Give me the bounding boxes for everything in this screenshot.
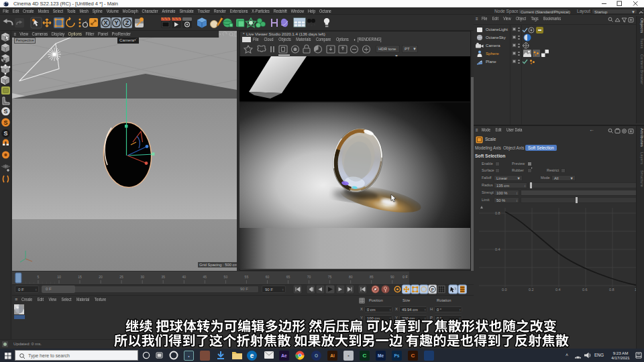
svg-text:0.6: 0.6: [582, 288, 588, 292]
svg-text:Z: Z: [125, 19, 129, 26]
svg-text:Y: Y: [114, 19, 118, 26]
svg-text:0.8: 0.8: [609, 288, 614, 292]
svg-text:0.8: 0.8: [495, 211, 500, 215]
svg-text:S: S: [3, 130, 7, 137]
svg-text:X: X: [103, 19, 107, 26]
svg-text:0.4: 0.4: [555, 288, 561, 292]
svg-text:P: P: [431, 288, 434, 292]
svg-text:0.2: 0.2: [529, 288, 534, 292]
svg-text:0.0: 0.0: [502, 288, 507, 292]
svg-text:S: S: [3, 108, 7, 115]
svg-text:0.4: 0.4: [495, 247, 500, 251]
svg-text:S: S: [3, 119, 7, 126]
